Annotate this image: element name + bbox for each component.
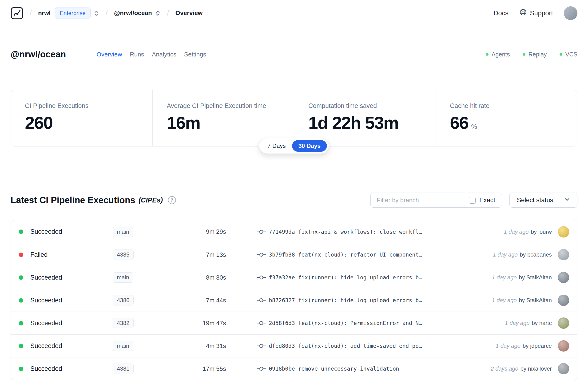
status-select[interactable]: Select status — [510, 192, 577, 208]
author: by StalkAltan — [519, 274, 552, 281]
cipe-table-body: Succeeded main 9m 29s 771499da fix(nx-ap… — [11, 220, 577, 380]
breadcrumb-org[interactable]: nrwl — [38, 9, 51, 17]
cipe-duration: 7m 13s — [184, 251, 226, 258]
cipe-status: Succeeded — [30, 274, 113, 281]
commit-hash: 0918b0be — [269, 366, 295, 372]
range-option-30-days[interactable]: 30 Days — [292, 140, 327, 152]
cipe-duration: 9m 29s — [184, 228, 226, 235]
row-meta: 1 day ago by jdpearce — [496, 342, 552, 349]
cipe-status: Succeeded — [30, 297, 113, 304]
stat-label: Cache hit rate — [450, 102, 563, 110]
breadcrumb-workspace[interactable]: @nrwl/ocean — [114, 9, 152, 17]
status-dot-icon — [486, 53, 489, 56]
table-row[interactable]: Succeeded main 9m 29s 771499da fix(nx-ap… — [11, 220, 577, 243]
workspace-switcher-chevrons-icon[interactable] — [155, 10, 161, 17]
stat-label: CI Pipeline Executions — [25, 102, 138, 110]
author: by bcabanes — [520, 251, 552, 258]
table-row[interactable]: Failed 4385 7m 13s 3b79fb38 feat(nx-clou… — [11, 243, 577, 266]
cipe-duration: 17m 55s — [184, 365, 226, 373]
support-label: Support — [530, 9, 553, 17]
tab-runs[interactable]: Runs — [130, 51, 144, 58]
stat-value: 66 — [450, 113, 468, 133]
commit-subject: feat(nx-cloud): refactor UI component… — [298, 252, 422, 258]
author: by nartc — [532, 320, 552, 326]
section-title: Latest CI Pipeline Executions — [11, 195, 135, 205]
commit-subject: fix(runner): hide log upload errors b… — [298, 274, 422, 281]
branch-badge[interactable]: main — [113, 341, 133, 351]
docs-link[interactable]: Docs — [493, 9, 509, 17]
status-dot — [19, 252, 23, 257]
cipe-duration: 4m 31s — [184, 342, 226, 350]
table-row[interactable]: Succeeded main 4m 31s dfed80d3 feat(nx-c… — [11, 334, 577, 357]
commit-message[interactable]: 3b79fb38 feat(nx-cloud): refactor UI com… — [269, 252, 487, 258]
status-dot — [19, 275, 23, 280]
help-icon[interactable]: ? — [168, 196, 176, 204]
commit-message[interactable]: 771499da fix(nx-api & workflows): close … — [269, 229, 498, 235]
git-commit-icon — [257, 252, 266, 258]
branch-badge[interactable]: main — [113, 227, 133, 237]
commit-message[interactable]: b8726327 fix(runner): hide log upload er… — [269, 297, 486, 303]
commit-message[interactable]: 2d58f6d3 feat(nx-cloud): PermissionError… — [269, 320, 499, 326]
row-meta: 1 day ago by StalkAltan — [492, 297, 552, 304]
branch-cell: 4381 — [113, 363, 184, 374]
commit-hash: 771499da — [269, 229, 295, 235]
commit-message[interactable]: dfed80d3 feat(nx-cloud): add time-saved … — [269, 343, 490, 349]
avatar[interactable] — [558, 226, 569, 237]
integration-agents[interactable]: Agents — [486, 51, 510, 58]
avatar[interactable] — [558, 318, 569, 329]
status-dot — [19, 321, 23, 325]
user-avatar[interactable] — [564, 6, 577, 20]
lifebuoy-icon — [519, 8, 527, 18]
stat-card-cache-hit-rate: Cache hit rate 66 % — [436, 90, 577, 146]
nx-cloud-logo-icon[interactable] — [11, 7, 23, 19]
table-row[interactable]: Succeeded main 8m 30s f37a32ae fix(runne… — [11, 266, 577, 289]
branch-cell: main — [113, 341, 184, 351]
breadcrumb-separator: / — [106, 9, 108, 18]
tab-settings[interactable]: Settings — [184, 51, 206, 58]
table-row[interactable]: Succeeded 4381 17m 55s 0918b0be remove u… — [11, 357, 577, 380]
row-meta: 1 day ago by bcabanes — [493, 251, 552, 258]
cipe-status: Succeeded — [30, 228, 113, 235]
exact-toggle[interactable]: Exact — [462, 193, 502, 208]
git-commit-icon — [257, 229, 266, 235]
table-row[interactable]: Succeeded 4382 19m 47s 2d58f6d3 feat(nx-… — [11, 312, 577, 334]
support-link[interactable]: Support — [519, 8, 553, 18]
breadcrumb-separator: / — [167, 9, 169, 18]
stat-suffix: % — [471, 123, 477, 131]
time-ago: 1 day ago — [492, 297, 517, 304]
avatar[interactable] — [558, 249, 569, 260]
author: by nixallover — [520, 365, 552, 372]
workspace-title: @nrwl/ocean — [11, 49, 66, 59]
integration-vcs[interactable]: VCS — [560, 51, 577, 58]
avatar[interactable] — [558, 340, 569, 352]
branch-badge[interactable]: main — [113, 272, 133, 283]
branch-badge[interactable]: 4382 — [113, 318, 133, 328]
row-meta: 1 day ago by lourw — [504, 228, 552, 235]
branch-cell: 4385 — [113, 249, 184, 260]
cipe-duration: 19m 47s — [184, 320, 226, 327]
avatar[interactable] — [558, 363, 569, 374]
status-dot — [19, 367, 23, 371]
cipes-heading-row: Latest CI Pipeline Executions (CIPEs) ? … — [0, 192, 588, 208]
branch-badge[interactable]: 4385 — [113, 249, 133, 260]
branch-badge[interactable]: 4381 — [113, 363, 133, 374]
tab-analytics[interactable]: Analytics — [152, 51, 176, 58]
integration-status-group: Agents Replay VCS — [470, 49, 577, 59]
avatar[interactable] — [558, 272, 569, 283]
exact-label: Exact — [479, 197, 495, 204]
section-title-suffix: (CIPEs) — [138, 196, 163, 204]
stat-card-average-execution-time: Average CI Pipeline Execution time 16m — [152, 90, 294, 146]
integration-replay[interactable]: Replay — [523, 51, 547, 58]
workspace-header: @nrwl/ocean Overview Runs Analytics Sett… — [0, 47, 588, 61]
tab-overview[interactable]: Overview — [97, 51, 122, 58]
commit-message[interactable]: 0918b0be remove unnecessary invalidation — [269, 366, 485, 372]
org-switcher-chevrons-icon[interactable] — [94, 10, 99, 17]
range-option-7-days[interactable]: 7 Days — [261, 140, 292, 152]
exact-checkbox[interactable] — [469, 197, 475, 204]
branch-filter-input[interactable] — [371, 193, 462, 208]
branch-badge[interactable]: 4386 — [113, 295, 133, 305]
avatar[interactable] — [558, 295, 569, 306]
table-row[interactable]: Succeeded 4386 7m 44s b8726327 fix(runne… — [11, 289, 577, 312]
cipe-status: Failed — [30, 251, 113, 258]
commit-message[interactable]: f37a32ae fix(runner): hide log upload er… — [269, 274, 486, 281]
